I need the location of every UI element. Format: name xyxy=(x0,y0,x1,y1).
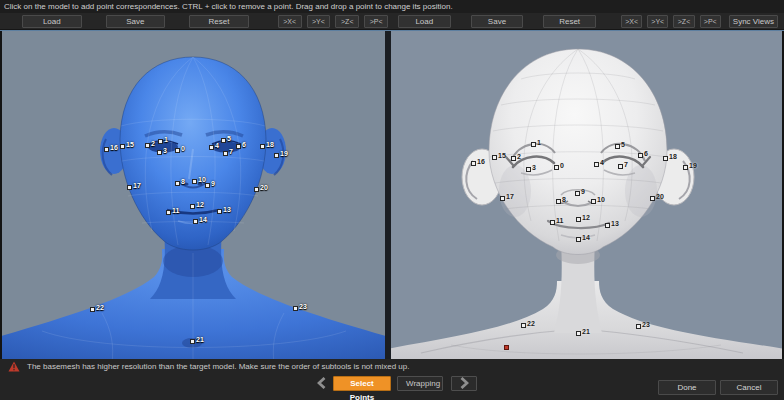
step-controls: Select Points Wrapping xyxy=(314,376,477,391)
point-square-icon xyxy=(471,161,476,166)
point-label: 10 xyxy=(198,176,206,184)
next-step-button[interactable] xyxy=(451,376,477,391)
point-square-icon xyxy=(221,138,226,143)
point-label: 20 xyxy=(260,184,268,192)
point-label: 9 xyxy=(211,180,215,188)
point-label: 9 xyxy=(581,188,585,196)
point-label: 3 xyxy=(532,164,536,172)
save-button-left[interactable]: Save xyxy=(106,15,166,28)
save-button-right[interactable]: Save xyxy=(471,15,524,28)
point-square-icon xyxy=(175,181,180,186)
target-model[interactable] xyxy=(391,31,782,359)
point-label: 11 xyxy=(556,217,563,225)
point-square-icon xyxy=(254,187,259,192)
point-label: 5 xyxy=(621,141,625,149)
toolbar-right: Load Save Reset >X< >Y< >Z< >P< Sync Vie… xyxy=(390,13,784,29)
point-square-icon xyxy=(550,220,555,225)
point-square-icon xyxy=(638,153,643,158)
done-button[interactable]: Done xyxy=(658,380,716,395)
point-square-icon xyxy=(145,143,150,148)
chevron-left-icon xyxy=(317,377,326,389)
point-square-icon xyxy=(521,323,526,328)
point-square-icon xyxy=(90,307,95,312)
reset-button-left[interactable]: Reset xyxy=(189,15,249,28)
basemesh-model[interactable] xyxy=(2,31,385,359)
point-label: 1 xyxy=(537,139,541,147)
point-label: 21 xyxy=(196,336,204,344)
point-square-icon xyxy=(594,162,599,167)
point-square-icon xyxy=(158,139,163,144)
zwrap-window: Click on the model to add point correspo… xyxy=(0,0,784,400)
point-label: 0 xyxy=(181,145,185,153)
point-square-icon xyxy=(175,148,180,153)
mirror-x-button-right[interactable]: >X< xyxy=(621,15,642,28)
target-viewport[interactable]: 01234567891011121314151617181920212223 xyxy=(391,31,782,359)
point-label: 8 xyxy=(562,196,566,204)
instruction-text: Click on the model to add point correspo… xyxy=(0,0,784,13)
point-label: 12 xyxy=(582,214,590,222)
point-square-icon xyxy=(615,144,620,149)
point-label: 18 xyxy=(266,141,274,149)
load-button-right[interactable]: Load xyxy=(398,15,451,28)
point-label: 16 xyxy=(110,144,118,152)
point-label: 13 xyxy=(611,220,619,228)
mirror-y-button-right[interactable]: >Y< xyxy=(647,15,668,28)
point-label: 22 xyxy=(96,304,104,312)
previous-step-arrow[interactable] xyxy=(314,376,328,391)
point-square-icon xyxy=(500,196,505,201)
point-square-icon xyxy=(576,237,581,242)
select-points-tab[interactable]: Select Points xyxy=(333,376,391,391)
point-square-icon xyxy=(223,151,228,156)
point-label: 7 xyxy=(624,161,628,169)
point-square-icon xyxy=(683,165,688,170)
point-label: 8 xyxy=(181,178,185,186)
point-square-icon xyxy=(511,156,516,161)
point-square-icon xyxy=(576,331,581,336)
point-square-icon xyxy=(166,210,171,215)
point-label: 15 xyxy=(498,152,506,160)
mirror-y-button-left[interactable]: >Y< xyxy=(307,15,331,28)
point-label: 16 xyxy=(477,158,485,166)
point-square-icon xyxy=(605,223,610,228)
point-square-icon xyxy=(663,156,668,161)
mirror-z-button-left[interactable]: >Z< xyxy=(335,15,359,28)
point-square-icon xyxy=(492,155,497,160)
point-label: 0 xyxy=(560,162,564,170)
point-label: 6 xyxy=(242,141,246,149)
mirror-z-button-right[interactable]: >Z< xyxy=(673,15,694,28)
load-button-left[interactable]: Load xyxy=(22,15,82,28)
sync-views-button[interactable]: Sync Views xyxy=(729,15,778,28)
point-square-icon xyxy=(157,150,162,155)
mirror-p-button-left[interactable]: >P< xyxy=(364,15,388,28)
basemesh-viewport[interactable]: 01234567891011121314151617181920212223 xyxy=(2,31,385,359)
point-square-icon xyxy=(293,306,298,311)
point-label: 6 xyxy=(644,150,648,158)
mirror-p-button-right[interactable]: >P< xyxy=(700,15,721,28)
point-square-icon xyxy=(576,217,581,222)
warning-text: The basemesh has higher resolution than … xyxy=(27,362,409,371)
point-square-icon xyxy=(193,219,198,224)
point-square-icon xyxy=(104,147,109,152)
chevron-right-icon xyxy=(460,377,469,389)
cancel-button[interactable]: Cancel xyxy=(720,380,778,395)
point-label: 2 xyxy=(151,140,155,148)
wrapping-tab[interactable]: Wrapping xyxy=(397,376,443,391)
point-label: 1 xyxy=(164,136,168,144)
point-label: 17 xyxy=(506,193,514,201)
point-square-icon xyxy=(190,339,195,344)
point-square-icon xyxy=(526,167,531,172)
point-square-icon xyxy=(554,165,559,170)
point-label: 12 xyxy=(196,201,204,209)
reset-button-right[interactable]: Reset xyxy=(543,15,596,28)
bottom-bar: Select Points Wrapping Done Cancel xyxy=(0,373,784,400)
point-label: 19 xyxy=(280,150,288,158)
point-label: 22 xyxy=(527,320,535,328)
point-label: 23 xyxy=(642,321,650,329)
point-label: 20 xyxy=(656,193,664,201)
point-square-icon xyxy=(190,204,195,209)
warning-bar: The basemesh has higher resolution than … xyxy=(0,359,784,373)
point-label: 15 xyxy=(126,141,134,149)
point-square-icon xyxy=(209,145,214,150)
point-square-icon xyxy=(575,191,580,196)
mirror-x-button-left[interactable]: >X< xyxy=(278,15,302,28)
